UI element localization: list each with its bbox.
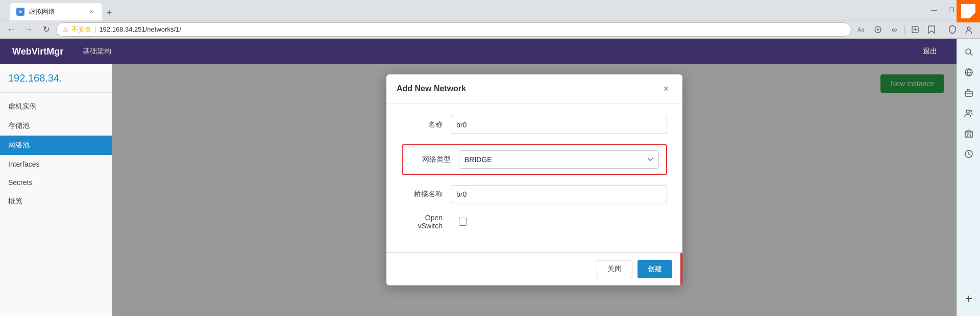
- side-panel: [957, 39, 980, 316]
- tab-bar: 虚拟网络 × +: [10, 0, 116, 20]
- side-add-button[interactable]: [960, 289, 978, 308]
- modal-close-button[interactable]: ×: [660, 83, 672, 95]
- name-input[interactable]: [451, 116, 667, 134]
- app-body: 192.168.34. 虚机实例 存储池 网络池 Interfaces Secr…: [0, 64, 957, 316]
- address-bar[interactable]: ⚠ 不安全 | 192.168.34.251/networks/1/: [56, 22, 851, 37]
- lens-button[interactable]: [871, 22, 885, 37]
- svg-rect-11: [965, 132, 972, 137]
- address-separator: |: [94, 25, 96, 33]
- svg-point-3: [877, 29, 879, 31]
- sidebar-item-network[interactable]: 网络池: [0, 136, 112, 155]
- open-vswitch-checkbox[interactable]: [459, 218, 467, 226]
- infinity-button[interactable]: ∞: [887, 22, 901, 37]
- modal-footer: 关闭 创建: [386, 252, 682, 285]
- add-network-modal: Add New Network × 名称 网络类型: [386, 74, 682, 285]
- profile-button[interactable]: [962, 22, 976, 37]
- app-container: WebVirtMgr 基础架构 退出 192.168.34. 虚机实例 存储池 …: [0, 39, 957, 316]
- side-search-button[interactable]: [960, 43, 978, 61]
- translate-button[interactable]: Aa: [854, 22, 869, 37]
- logout-button[interactable]: 退出: [916, 44, 944, 59]
- tab-favicon: [16, 8, 24, 16]
- app-logo: WebVirtMgr: [12, 46, 63, 57]
- network-type-field-group: 网络类型 BRIDGE NAT ISOLATED: [402, 144, 667, 175]
- active-tab[interactable]: 虚拟网络 ×: [10, 3, 102, 20]
- address-bar-row: ← → ↻ ⚠ 不安全 | 192.168.34.251/networks/1/…: [0, 20, 980, 39]
- sidebar-item-storage[interactable]: 存储池: [0, 116, 112, 136]
- side-people-button[interactable]: [960, 104, 978, 122]
- side-browse-button[interactable]: [960, 63, 978, 82]
- bridge-name-label: 桥接名称: [402, 190, 443, 199]
- brand-logo: [961, 4, 975, 18]
- new-tab-button[interactable]: +: [102, 6, 116, 20]
- security-warning-icon: ⚠: [63, 26, 68, 33]
- main-content: New Instance Add New Network × 名称: [112, 64, 957, 316]
- forward-button[interactable]: →: [21, 22, 36, 37]
- sidebar-item-overview[interactable]: 概览: [0, 192, 112, 211]
- reload-button[interactable]: ↻: [39, 22, 53, 37]
- side-history-button[interactable]: [960, 145, 978, 163]
- open-vswitch-label: Open vSwitch: [402, 214, 443, 230]
- network-type-select[interactable]: BRIDGE NAT ISOLATED: [459, 150, 659, 169]
- sidebar-host: 192.168.34.: [0, 72, 112, 93]
- network-type-label: 网络类型: [410, 155, 451, 164]
- bridge-name-field-group: 桥接名称: [402, 185, 667, 203]
- divider-1: [904, 25, 905, 34]
- modal-header: Add New Network ×: [386, 74, 682, 103]
- security-button[interactable]: [945, 22, 960, 37]
- svg-point-9: [966, 110, 969, 113]
- sidebar-item-secrets[interactable]: Secrets: [0, 173, 112, 192]
- submit-button[interactable]: 创建: [638, 260, 672, 278]
- modal-body: 名称 网络类型 BRIDGE NAT ISOLATED: [386, 103, 682, 252]
- tab-close-button[interactable]: ×: [87, 7, 96, 16]
- minimize-button[interactable]: —: [927, 3, 941, 17]
- side-briefcase-button[interactable]: [960, 84, 978, 102]
- side-office-button[interactable]: [960, 124, 978, 143]
- tab-title: 虚拟网络: [29, 7, 55, 16]
- divider-2: [942, 25, 942, 34]
- svg-point-5: [967, 27, 970, 30]
- modal-title: Add New Network: [397, 84, 466, 93]
- app-header-right: 退出: [916, 44, 944, 59]
- sidebar-item-vms[interactable]: 虚机实例: [0, 97, 112, 116]
- svg-point-10: [970, 110, 972, 112]
- name-label: 名称: [402, 120, 443, 129]
- brand-icon: [957, 0, 980, 22]
- bookmarks-button[interactable]: [924, 22, 939, 37]
- modal-overlay: Add New Network × 名称 网络类型: [112, 64, 957, 316]
- app-header: WebVirtMgr 基础架构 退出: [0, 39, 957, 64]
- url-text: 192.168.34.251/networks/1/: [99, 25, 181, 33]
- browser-action-buttons: Aa ∞: [854, 22, 976, 37]
- svg-rect-8: [965, 91, 972, 96]
- sidebar: 192.168.34. 虚机实例 存储池 网络池 Interfaces Secr…: [0, 64, 112, 316]
- open-vswitch-group: Open vSwitch: [402, 214, 667, 230]
- bridge-name-input[interactable]: [451, 185, 667, 203]
- name-field-group: 名称: [402, 116, 667, 134]
- svg-text:Aa: Aa: [857, 27, 865, 33]
- svg-point-6: [966, 49, 971, 54]
- nav-item-infrastructure[interactable]: 基础架构: [76, 44, 118, 59]
- app-nav: 基础架构: [76, 44, 118, 59]
- browser-tab-bar: 虚拟网络 × + — ❐ ✕: [0, 0, 980, 20]
- back-button[interactable]: ←: [4, 22, 18, 37]
- cancel-button[interactable]: 关闭: [597, 260, 632, 278]
- sidebar-item-interfaces[interactable]: Interfaces: [0, 155, 112, 173]
- security-label: 不安全: [71, 25, 91, 34]
- extensions-button[interactable]: [908, 22, 922, 37]
